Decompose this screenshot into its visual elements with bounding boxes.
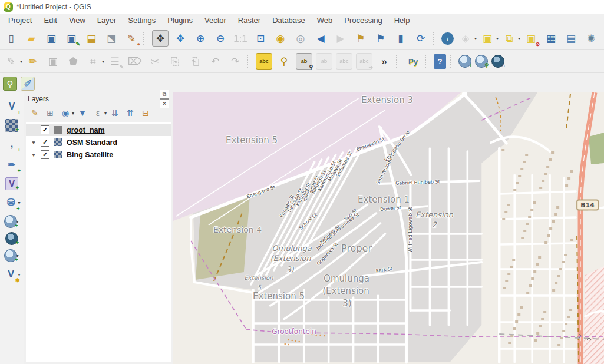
- sketch-plugin-icon[interactable]: ✐: [21, 77, 35, 91]
- layer-visibility-checkbox[interactable]: ✓: [41, 150, 49, 159]
- add-postgis-layer-icon[interactable]: ⛁+: [2, 194, 19, 211]
- zoom-to-layer-icon[interactable]: ◎: [292, 30, 309, 47]
- add-vector-layer-icon[interactable]: V+: [4, 98, 20, 115]
- run-feature-action-icon[interactable]: ◈: [457, 30, 474, 47]
- toggle-editing-icon[interactable]: ✏: [25, 53, 41, 70]
- show-layout-manager-icon[interactable]: ⬔: [103, 30, 120, 47]
- add-spatialite-layer-icon[interactable]: ✒+: [4, 157, 20, 173]
- layer-labeling-options-icon[interactable]: abc: [256, 53, 272, 70]
- menu-help[interactable]: Help: [388, 15, 416, 26]
- python-console-icon[interactable]: Py: [405, 53, 421, 70]
- zoom-to-selection-icon[interactable]: ◉: [272, 30, 289, 47]
- new-print-layout-icon[interactable]: ⬓: [83, 30, 100, 47]
- menu-layer[interactable]: Layer: [91, 15, 123, 26]
- menu-database[interactable]: Database: [266, 15, 311, 26]
- menu-edit[interactable]: Edit: [38, 15, 62, 26]
- copy-features-icon[interactable]: ⎘: [167, 53, 183, 70]
- select-features-by-form-icon[interactable]: ⧉: [501, 30, 517, 47]
- layer-expander-icon[interactable]: ▾: [31, 140, 37, 145]
- advanced-digitizing-icon[interactable]: ⌗: [85, 53, 101, 70]
- delete-selected-icon[interactable]: ⌦: [127, 53, 143, 70]
- pin-unpin-labels-icon[interactable]: ab⚲: [296, 53, 312, 70]
- metasearch-add-service-icon[interactable]: +: [458, 55, 471, 68]
- undo-icon[interactable]: ↶: [207, 53, 223, 70]
- toolbar-overflow-icon[interactable]: »: [376, 53, 392, 70]
- add-delimited-text-layer-icon[interactable]: ,+: [4, 136, 20, 153]
- zoom-native-1-1-icon[interactable]: 1:1: [232, 30, 249, 47]
- save-project-as-icon[interactable]: ▣✎: [63, 30, 80, 47]
- open-layer-styling-dock-icon[interactable]: ✎: [28, 106, 42, 120]
- layer-item-osm-standard[interactable]: ▾✓OSM Standard: [26, 136, 171, 148]
- save-project-icon[interactable]: ▣: [43, 30, 60, 47]
- add-wms-wmts-layer-icon[interactable]: +: [4, 215, 17, 228]
- filter-by-expression-icon[interactable]: ε: [91, 106, 105, 120]
- layer-visibility-checkbox[interactable]: ✓: [41, 138, 49, 147]
- cut-features-icon[interactable]: ✂: [147, 53, 163, 70]
- open-project-icon[interactable]: ▰: [23, 30, 39, 47]
- close-panel-button[interactable]: ✕: [160, 99, 169, 108]
- identify-features-icon[interactable]: i: [441, 32, 454, 45]
- map-canvas[interactable]: B14 Grootfontein Extension 3Extension 5E…: [173, 92, 604, 364]
- menu-project[interactable]: Project: [2, 15, 38, 26]
- redo-icon[interactable]: ↷: [227, 53, 243, 70]
- paste-features-icon[interactable]: ⎗: [187, 53, 203, 70]
- menu-vector[interactable]: Vector: [199, 15, 232, 26]
- current-edits-icon[interactable]: ✎: [3, 53, 19, 70]
- menu-web[interactable]: Web: [311, 15, 339, 26]
- select-features-icon[interactable]: ▣: [479, 30, 496, 47]
- layer-item-bing-satellite[interactable]: ▾✓Bing Satellite: [26, 148, 171, 161]
- deselect-features-icon[interactable]: ▣⊘: [523, 30, 539, 47]
- open-attribute-table-icon[interactable]: ▦: [543, 30, 559, 47]
- modify-attributes-icon[interactable]: ☰✎: [107, 53, 123, 70]
- save-layer-edits-icon[interactable]: ▣: [45, 53, 61, 70]
- menu-view[interactable]: View: [63, 15, 91, 26]
- zoom-out-icon[interactable]: ⊖: [212, 30, 229, 47]
- float-panel-button[interactable]: ⧉: [160, 90, 169, 99]
- collapse-all-icon[interactable]: ⇈: [123, 106, 137, 120]
- style-manager-icon[interactable]: ✎●: [123, 30, 140, 47]
- new-project-icon[interactable]: ▯: [3, 30, 19, 47]
- geosearch-plugin-icon[interactable]: ⚲: [3, 77, 17, 91]
- add-raster-layer-icon[interactable]: +: [5, 119, 18, 132]
- run-feature-action-dropdown[interactable]: ▾: [474, 36, 477, 41]
- metasearch-search-icon[interactable]: ⚲: [475, 55, 488, 68]
- new-shapefile-layer-icon[interactable]: V+: [5, 177, 18, 190]
- select-features-dropdown[interactable]: ▾: [496, 36, 499, 41]
- expand-all-icon[interactable]: ⇊: [108, 106, 122, 120]
- change-label-properties-icon[interactable]: abc➜: [356, 53, 372, 70]
- field-calculator-icon[interactable]: ▤: [563, 30, 579, 47]
- menu-settings[interactable]: Settings: [122, 15, 161, 26]
- menu-processing[interactable]: Processing: [338, 15, 388, 26]
- refresh-icon[interactable]: ⟳: [412, 30, 429, 47]
- new-virtual-layer-icon[interactable]: V✱: [2, 266, 19, 283]
- add-group-icon[interactable]: ⊞: [43, 106, 57, 120]
- digitize-shape-icon[interactable]: ⬟: [65, 53, 81, 70]
- show-hide-labels-icon[interactable]: abc: [336, 53, 352, 70]
- menu-raster[interactable]: Raster: [232, 15, 266, 26]
- zoom-next-icon[interactable]: ▶: [332, 30, 349, 47]
- add-wfs-layer-icon[interactable]: +: [4, 249, 17, 262]
- processing-options-icon[interactable]: ✺: [583, 30, 599, 47]
- zoom-full-icon[interactable]: ⊡: [252, 30, 269, 47]
- new-spatial-bookmark-icon[interactable]: ⚑: [352, 30, 369, 47]
- layer-visibility-checkbox[interactable]: ✓: [41, 125, 49, 134]
- current-edits-dropdown[interactable]: ▾: [20, 59, 22, 64]
- move-label-icon[interactable]: ab: [316, 53, 332, 70]
- osm-place-search-icon[interactable]: ⌂: [491, 55, 504, 68]
- help-contents-icon[interactable]: ?: [434, 54, 446, 69]
- zoom-last-icon[interactable]: ◀: [312, 30, 329, 47]
- add-xyz-layer-icon[interactable]: +: [5, 232, 18, 245]
- show-bookmark-manager-icon[interactable]: ▮: [392, 30, 409, 47]
- highlight-pinned-labels-icon[interactable]: ⚲: [276, 53, 292, 70]
- remove-layer-group-icon[interactable]: ⊟: [138, 106, 153, 120]
- layer-item-groot_nam[interactable]: ✓groot_nam: [26, 124, 171, 136]
- manage-map-themes-icon[interactable]: ◉: [58, 106, 72, 120]
- show-spatial-bookmarks-icon[interactable]: ⚑: [372, 30, 389, 47]
- zoom-in-icon[interactable]: ⊕: [192, 30, 209, 47]
- menu-plugins[interactable]: Plugins: [161, 15, 199, 26]
- layer-expander-icon[interactable]: ▾: [31, 152, 37, 158]
- select-features-by-form-dropdown[interactable]: ▾: [518, 36, 520, 41]
- advanced-digitizing-dropdown[interactable]: ▾: [102, 59, 104, 64]
- pan-to-selection-icon[interactable]: ✥: [172, 30, 189, 47]
- pan-map-icon[interactable]: ✥: [152, 30, 169, 47]
